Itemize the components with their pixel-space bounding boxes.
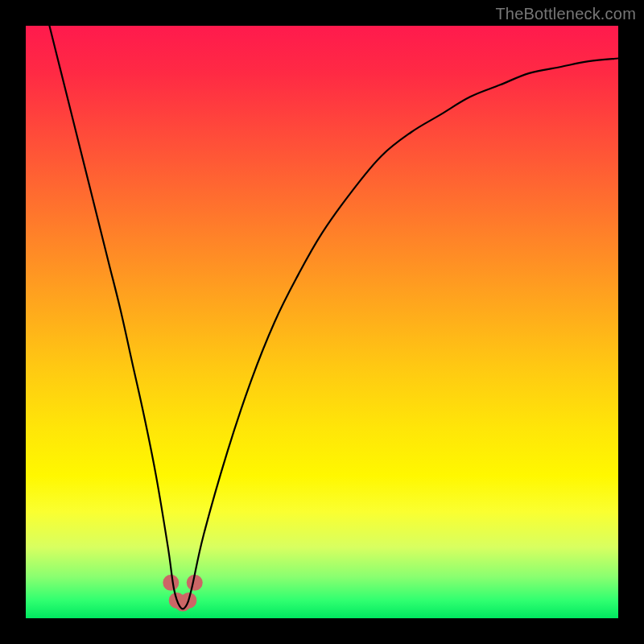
plot-area — [26, 26, 618, 618]
bottleneck-curve — [49, 26, 618, 609]
chart-frame: TheBottleneck.com — [0, 0, 644, 644]
trough-markers — [163, 575, 202, 612]
watermark-text: TheBottleneck.com — [495, 5, 636, 23]
curve-svg — [26, 26, 618, 618]
trough-marker — [163, 575, 179, 591]
